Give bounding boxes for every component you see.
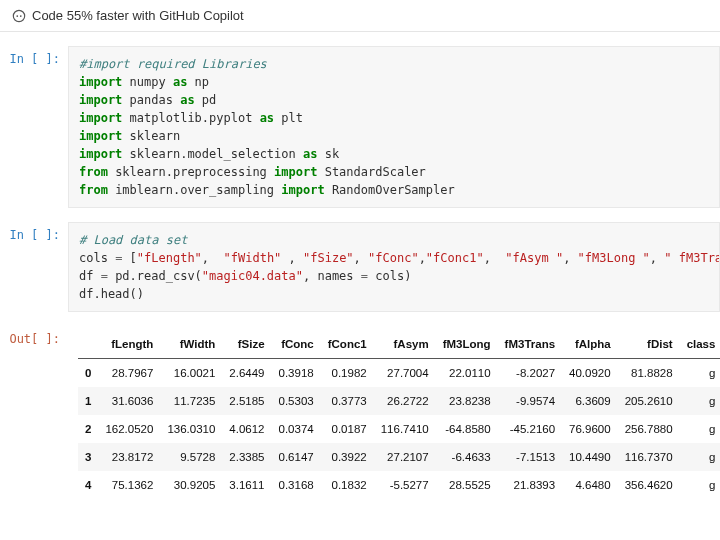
table-cell: 0.1982 <box>321 359 374 388</box>
table-cell: 0.5303 <box>272 387 321 415</box>
table-cell: -6.4633 <box>436 443 498 471</box>
column-header: fM3Trans <box>498 330 563 359</box>
table-cell: 0.3168 <box>272 471 321 499</box>
table-row: 028.796716.00212.64490.39180.198227.7004… <box>78 359 720 388</box>
table-cell: 11.7235 <box>160 387 222 415</box>
table-cell: -64.8580 <box>436 415 498 443</box>
input-prompt: In [ ]: <box>0 222 68 312</box>
table-cell: 6.3609 <box>562 387 618 415</box>
table-header-row: fLengthfWidthfSizefConcfConc1fAsymfM3Lon… <box>78 330 720 359</box>
table-cell: g <box>680 387 720 415</box>
table-cell: -9.9574 <box>498 387 563 415</box>
table-cell: 81.8828 <box>618 359 680 388</box>
row-index: 4 <box>78 471 98 499</box>
dataframe-table: fLengthfWidthfSizefConcfConc1fAsymfM3Lon… <box>78 330 720 499</box>
table-cell: 10.4490 <box>562 443 618 471</box>
table-cell: 2.6449 <box>222 359 271 388</box>
table-cell: g <box>680 415 720 443</box>
svg-point-2 <box>20 15 22 17</box>
table-cell: -5.5277 <box>374 471 436 499</box>
table-cell: 27.7004 <box>374 359 436 388</box>
table-cell: 0.1832 <box>321 471 374 499</box>
row-index: 2 <box>78 415 98 443</box>
column-header: fAlpha <box>562 330 618 359</box>
row-index: 0 <box>78 359 98 388</box>
table-cell: 23.8172 <box>98 443 160 471</box>
column-header: fConc1 <box>321 330 374 359</box>
table-cell: 205.2610 <box>618 387 680 415</box>
input-prompt: In [ ]: <box>0 46 68 208</box>
table-cell: 23.8238 <box>436 387 498 415</box>
table-cell: 16.0021 <box>160 359 222 388</box>
table-cell: 22.0110 <box>436 359 498 388</box>
svg-point-0 <box>13 10 24 21</box>
table-cell: 0.0374 <box>272 415 321 443</box>
output-prompt: Out[ ]: <box>0 326 68 499</box>
promo-banner[interactable]: Code 55% faster with GitHub Copilot <box>0 0 720 32</box>
table-cell: 26.2722 <box>374 387 436 415</box>
notebook: In [ ]: #import required Libraries impor… <box>0 46 720 519</box>
table-cell: 30.9205 <box>160 471 222 499</box>
table-cell: 162.0520 <box>98 415 160 443</box>
table-cell: 116.7370 <box>618 443 680 471</box>
table-cell: 21.8393 <box>498 471 563 499</box>
row-index: 3 <box>78 443 98 471</box>
table-cell: g <box>680 359 720 388</box>
column-header: fSize <box>222 330 271 359</box>
table-cell: 2.3385 <box>222 443 271 471</box>
table-cell: 31.6036 <box>98 387 160 415</box>
table-cell: 40.0920 <box>562 359 618 388</box>
table-cell: 76.9600 <box>562 415 618 443</box>
svg-point-1 <box>16 15 18 17</box>
table-cell: 0.0187 <box>321 415 374 443</box>
table-cell: -45.2160 <box>498 415 563 443</box>
table-cell: -8.2027 <box>498 359 563 388</box>
table-cell: 0.6147 <box>272 443 321 471</box>
table-cell: 2.5185 <box>222 387 271 415</box>
table-cell: g <box>680 443 720 471</box>
table-cell: g <box>680 471 720 499</box>
row-index: 1 <box>78 387 98 415</box>
promo-banner-text: Code 55% faster with GitHub Copilot <box>32 8 244 23</box>
table-row: 131.603611.72352.51850.53030.377326.2722… <box>78 387 720 415</box>
table-cell: 0.3922 <box>321 443 374 471</box>
table-cell: 356.4620 <box>618 471 680 499</box>
table-cell: 28.7967 <box>98 359 160 388</box>
code-cell-2: In [ ]: # Load data set cols = ["fLength… <box>0 222 720 312</box>
column-header: fLength <box>98 330 160 359</box>
code-input[interactable]: #import required Libraries import numpy … <box>68 46 720 208</box>
column-header: fWidth <box>160 330 222 359</box>
table-corner <box>78 330 98 359</box>
copilot-icon <box>12 9 26 23</box>
table-row: 475.136230.92053.16110.31680.1832-5.5277… <box>78 471 720 499</box>
column-header: fM3Long <box>436 330 498 359</box>
output-cell: Out[ ]: fLengthfWidthfSizefConcfConc1fAs… <box>0 326 720 499</box>
table-cell: -7.1513 <box>498 443 563 471</box>
table-cell: 0.3918 <box>272 359 321 388</box>
table-row: 2162.0520136.03104.06120.03740.0187116.7… <box>78 415 720 443</box>
column-header: fConc <box>272 330 321 359</box>
table-row: 323.81729.57282.33850.61470.392227.2107-… <box>78 443 720 471</box>
column-header: class <box>680 330 720 359</box>
table-cell: 256.7880 <box>618 415 680 443</box>
column-header: fAsym <box>374 330 436 359</box>
table-cell: 28.5525 <box>436 471 498 499</box>
output-area: fLengthfWidthfSizefConcfConc1fAsymfM3Lon… <box>68 326 720 499</box>
code-input[interactable]: # Load data set cols = ["fLength", "fWid… <box>68 222 720 312</box>
table-cell: 136.0310 <box>160 415 222 443</box>
table-cell: 0.3773 <box>321 387 374 415</box>
table-cell: 9.5728 <box>160 443 222 471</box>
table-cell: 4.6480 <box>562 471 618 499</box>
table-cell: 4.0612 <box>222 415 271 443</box>
table-cell: 3.1611 <box>222 471 271 499</box>
table-body: 028.796716.00212.64490.39180.198227.7004… <box>78 359 720 500</box>
table-cell: 116.7410 <box>374 415 436 443</box>
column-header: fDist <box>618 330 680 359</box>
code-cell-1: In [ ]: #import required Libraries impor… <box>0 46 720 208</box>
table-cell: 75.1362 <box>98 471 160 499</box>
table-cell: 27.2107 <box>374 443 436 471</box>
